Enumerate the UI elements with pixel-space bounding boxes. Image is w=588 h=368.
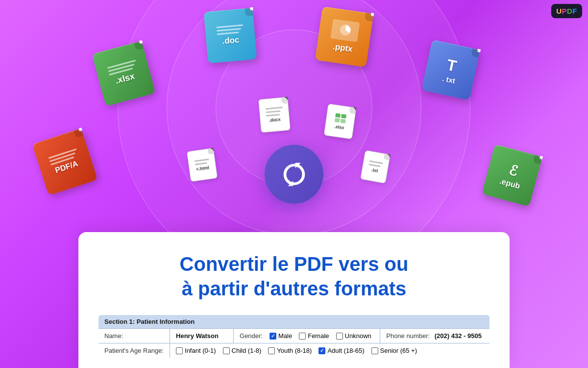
age-senior: Senior (65 +): [371, 347, 417, 354]
gender-unknown: Unknown: [336, 332, 371, 340]
patient-age-row: Patient's Age Range: Infant (0-1) Child …: [98, 343, 490, 358]
main-title: Convertir le PDF vers ou à partir d'autr…: [98, 252, 490, 301]
pptx-chart-icon: [330, 19, 360, 42]
age-adult-label: Adult (18-65): [327, 347, 364, 354]
file-corner: [245, 8, 253, 16]
file-lines: [194, 158, 209, 165]
checkbox-unknown[interactable]: [336, 333, 343, 340]
file-icon-txt-small-right: .txt: [360, 150, 391, 184]
age-adult: Adult (18-65): [318, 347, 364, 354]
file-icon-txt-large: T . txt: [421, 40, 480, 100]
age-senior-label: Senior (65 +): [380, 347, 417, 354]
checkbox-youth[interactable]: [268, 347, 275, 354]
file-corner: [533, 155, 542, 165]
file-label-txt-large: . txt: [441, 74, 456, 84]
file-lines: [265, 107, 283, 117]
file-icon-xlsx-large: .xlsx: [92, 41, 156, 106]
file-lines: [216, 25, 244, 35]
file-icon-xlsx-small: .xlsx: [324, 104, 356, 139]
age-group: Infant (0-1) Child (1-8) Youth (8-18): [176, 347, 484, 354]
logo-u: U: [556, 7, 562, 15]
content-card: Convertir le PDF vers ou à partir d'autr…: [78, 232, 510, 368]
file-corner-small: [349, 107, 356, 114]
file-label-html-small: <.html: [196, 165, 209, 172]
xlsx-grid-icon: [335, 113, 346, 123]
gender-female: Female: [299, 332, 329, 340]
txt-t-icon: T: [445, 55, 459, 75]
age-infant: Infant (0-1): [176, 347, 216, 354]
age-youth-label: Youth (8-18): [277, 347, 312, 354]
name-label: Name:: [98, 329, 170, 343]
phone-cell: Phone number: (202) 432 - 9505: [380, 329, 490, 343]
gender-female-label: Female: [308, 332, 329, 340]
age-options-cell: Infant (0-1) Child (1-8) Youth (8-18): [170, 343, 490, 358]
checkbox-adult[interactable]: [318, 347, 325, 354]
checkbox-senior[interactable]: [371, 347, 378, 354]
file-lines: [368, 160, 383, 167]
file-label-doc-large: .doc: [222, 35, 240, 46]
file-label-pptx-large: .pptx: [332, 42, 353, 54]
age-infant-label: Infant (0-1): [185, 347, 216, 354]
file-icon-pptx-large: .pptx: [315, 6, 373, 67]
logo-d: D: [567, 7, 572, 15]
file-corner: [134, 41, 144, 51]
file-icon-doc-large: .doc: [204, 8, 257, 63]
file-icon-docx-small: .docx: [258, 97, 291, 133]
gender-group: Gender: Male Female Unknown: [240, 332, 374, 340]
logo-f: F: [572, 7, 577, 15]
gender-unknown-label: Unknown: [345, 332, 371, 340]
file-label-txt-small: .txt: [371, 167, 378, 173]
file-corner: [74, 128, 83, 138]
file-corner: [365, 13, 373, 22]
logo-p: P: [562, 7, 567, 15]
checkbox-male[interactable]: [270, 333, 276, 340]
file-corner-small: [281, 98, 288, 104]
gender-male: Male: [270, 332, 292, 340]
age-label: Patient's Age Range:: [98, 343, 170, 358]
phone-value: (202) 432 - 9505: [435, 332, 482, 340]
section-header: Section 1: Patient Information: [98, 315, 490, 329]
file-icon-pdfa-large: PDF/A: [32, 128, 98, 195]
checkbox-child[interactable]: [223, 347, 230, 354]
age-child: Child (1-8): [223, 347, 262, 354]
gender-male-label: Male: [278, 332, 292, 340]
gender-cell: Gender: Male Female Unknown: [234, 329, 380, 343]
file-corner: [471, 48, 480, 57]
phone-label: Phone number:: [386, 332, 430, 340]
file-icon-html-small: <.html: [187, 148, 218, 182]
convert-icon-circle: [265, 145, 323, 204]
checkbox-female[interactable]: [299, 333, 306, 340]
file-corner-small: [384, 154, 390, 160]
file-label-xlsx-small: .xlsx: [334, 124, 344, 130]
file-corner-small: [208, 149, 214, 155]
file-label-xlsx-large: .xlsx: [114, 71, 136, 86]
gender-label: Gender:: [240, 332, 263, 340]
file-label-docx-small: .docx: [269, 117, 281, 123]
name-value: Henry Watson: [170, 329, 234, 343]
checkbox-infant[interactable]: [176, 347, 183, 354]
file-label-epub-large: .epub: [499, 177, 521, 190]
epub-e-icon: ℰ: [507, 162, 519, 180]
updf-logo: UPDF: [551, 4, 582, 18]
age-youth: Youth (8-18): [268, 347, 312, 354]
patient-name-row: Name: Henry Watson Gender: Male Female: [98, 329, 490, 343]
file-icon-epub-large: ℰ .epub: [482, 144, 542, 207]
refresh-icon: [278, 158, 310, 190]
patient-info-table: Section 1: Patient Information Name: Hen…: [98, 315, 490, 358]
age-child-label: Child (1-8): [232, 347, 262, 354]
